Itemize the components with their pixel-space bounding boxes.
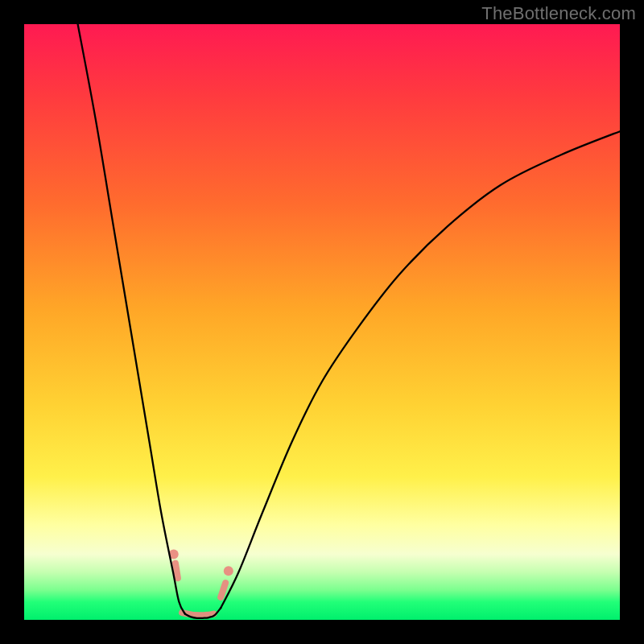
marker-left-segment <box>175 564 178 579</box>
curve-right <box>221 131 620 608</box>
marker-dot-right <box>224 566 233 576</box>
frame: TheBottleneck.com <box>0 0 644 644</box>
chart-svg <box>24 24 620 620</box>
plot-area <box>24 24 620 620</box>
watermark-text: TheBottleneck.com <box>481 3 636 24</box>
curve-left <box>78 24 185 614</box>
marker-right-segment <box>221 583 225 597</box>
marker-group <box>169 550 233 616</box>
